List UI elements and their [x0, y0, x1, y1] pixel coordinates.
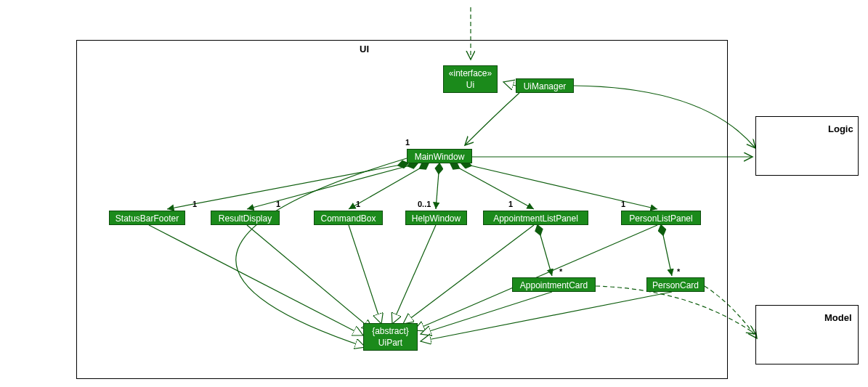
class-helpwindow: HelpWindow [405, 211, 467, 225]
class-stereotype: «interface» [448, 68, 492, 80]
class-appointmentlistpanel: AppointmentListPanel [483, 211, 588, 225]
class-label: Ui [448, 80, 492, 91]
class-mainwindow: MainWindow [407, 149, 472, 163]
class-ui_interface: «interface»Ui [443, 65, 498, 93]
multiplicity-m_resultdisplay: 1 [276, 200, 280, 208]
class-label: HelpWindow [412, 213, 461, 224]
class-label: AppointmentCard [520, 280, 588, 290]
class-label: MainWindow [415, 152, 465, 162]
class-label: UiManager [524, 81, 567, 91]
class-label: PersonCard [652, 280, 699, 290]
class-uimanager: UiManager [516, 78, 574, 93]
class-label: ResultDisplay [219, 213, 272, 224]
multiplicity-m_commandbox: 1 [356, 200, 360, 208]
multiplicity-m_personlistpanel: 1 [621, 200, 625, 208]
class-personlistpanel: PersonListPanel [621, 211, 701, 225]
class-label: AppointmentListPanel [493, 213, 578, 224]
multiplicity-m_statusbar: 1 [192, 200, 197, 208]
package-label-ui: UI [360, 44, 369, 54]
class-personcard: PersonCard [646, 277, 705, 292]
class-stereotype: {abstract} [368, 326, 413, 338]
class-statusbarfooter: StatusBarFooter [109, 211, 185, 225]
class-appointmentcard: AppointmentCard [512, 277, 596, 292]
multiplicity-m_mainwindow: 1 [405, 138, 410, 147]
package-label-model: Model [824, 312, 852, 323]
class-label: UiPart [368, 338, 413, 349]
class-resultdisplay: ResultDisplay [211, 211, 280, 225]
multiplicity-m_appointmentlistpanel: 1 [508, 200, 513, 208]
multiplicity-m_helpwindow: 0..1 [418, 200, 431, 208]
multiplicity-m_appointmentcard: * [559, 267, 562, 276]
multiplicity-m_personcard: * [677, 267, 680, 276]
class-uipart: {abstract}UiPart [363, 323, 418, 351]
package-label-logic: Logic [828, 123, 853, 134]
class-label: StatusBarFooter [115, 213, 179, 224]
class-commandbox: CommandBox [314, 211, 383, 225]
class-label: CommandBox [320, 213, 376, 224]
class-label: PersonListPanel [629, 213, 692, 224]
